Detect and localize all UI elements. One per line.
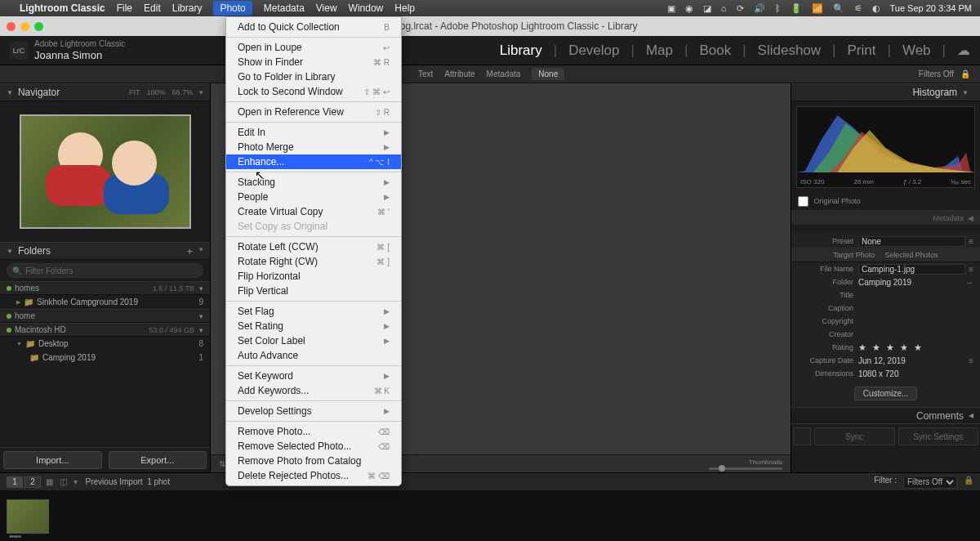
sync-button[interactable]: Sync <box>814 427 895 445</box>
menu-item[interactable]: Add to Quick CollectionB <box>226 20 401 34</box>
menu-item[interactable]: Open in Loupe↩ <box>226 40 401 55</box>
module-develop[interactable]: Develop <box>568 42 619 59</box>
cloud-icon[interactable]: ☁ <box>957 42 970 58</box>
meta-file-name[interactable]: Camping-1.jpg <box>858 264 965 275</box>
module-web[interactable]: Web <box>902 42 931 59</box>
menu-item[interactable]: Auto Advance <box>226 348 401 363</box>
meta-rating[interactable]: ★ ★ ★ ★ ★ <box>858 342 924 353</box>
menu-7[interactable]: Help <box>394 2 415 14</box>
meta-folder[interactable]: Camping 2019 <box>858 278 965 287</box>
meta-tab-selected[interactable]: Selected Photos <box>884 251 938 259</box>
sync-toggle[interactable] <box>793 427 811 445</box>
bluetooth-icon[interactable]: ᛒ <box>775 3 781 13</box>
filter-select[interactable]: Filters Off <box>903 476 957 489</box>
menu-item[interactable]: Enhance...^ ⌥ I <box>226 154 401 169</box>
sync-settings-button[interactable]: Sync Settings <box>898 427 979 445</box>
clock[interactable]: Tue Sep 20 3:34 PM <box>890 3 973 13</box>
preset-select[interactable]: None <box>858 236 965 247</box>
grid-icon[interactable]: ▦ <box>46 477 53 486</box>
filters-off-label[interactable]: Filters Off <box>919 69 954 78</box>
menu-item[interactable]: Stacking▶ <box>226 175 401 190</box>
menu-item[interactable]: Develop Settings▶ <box>226 404 401 418</box>
menu-2[interactable]: Library <box>172 2 203 14</box>
comments-header[interactable]: Comments◀ <box>791 407 980 423</box>
add-folder-icon[interactable]: + <box>186 245 193 257</box>
menu-item[interactable]: Open in Reference View⇧ R <box>226 105 401 119</box>
chevron-down-icon[interactable]: ▾ <box>74 477 78 486</box>
navigator-preview[interactable] <box>20 114 191 229</box>
menu-item[interactable]: Set Flag▶ <box>226 304 401 319</box>
folder-row[interactable]: ▼📁Desktop8 <box>0 337 210 351</box>
folder-row[interactable]: ▶📁Sinkhole Campground 20199 <box>0 295 210 309</box>
close-button[interactable] <box>7 22 16 31</box>
page-1[interactable]: 1 <box>7 476 23 488</box>
menu-4[interactable]: Metadata <box>264 2 305 14</box>
volume-row[interactable]: home▾ <box>0 309 210 323</box>
export-button[interactable]: Export... <box>109 451 207 469</box>
folder-row[interactable]: 📁Camping 20191 <box>0 351 210 364</box>
menu-item[interactable]: Set Color Label▶ <box>226 333 401 348</box>
menu-item[interactable]: Create Virtual Copy⌘ ' <box>226 204 401 219</box>
menu-item[interactable]: Delete Rejected Photos...⌘ ⌫ <box>226 468 401 483</box>
menu-item[interactable]: Remove Photo from Catalog <box>226 454 401 468</box>
menu-5[interactable]: View <box>316 2 337 14</box>
minimize-button[interactable] <box>20 22 29 31</box>
nav-100[interactable]: 100% <box>146 88 165 96</box>
menu-item[interactable]: Rotate Left (CCW)⌘ [ <box>226 239 401 254</box>
module-slideshow[interactable]: Slideshow <box>758 42 822 59</box>
source-label[interactable]: Previous Import <box>86 477 143 486</box>
menu-3[interactable]: Photo <box>213 1 252 16</box>
thumbnail-size-slider[interactable] <box>709 467 782 470</box>
edit-date-icon[interactable]: ≡ <box>969 356 973 365</box>
import-button[interactable]: Import... <box>3 451 102 469</box>
menu-item[interactable]: Edit In▶ <box>226 125 401 140</box>
menu-1[interactable]: Edit <box>144 2 161 14</box>
control-center-icon[interactable]: ⚟ <box>854 3 862 14</box>
customize-button[interactable]: Customize... <box>854 387 918 400</box>
menu-item[interactable]: Lock to Second Window⇧ ⌘ ↩ <box>226 84 401 99</box>
module-print[interactable]: Print <box>848 42 876 59</box>
filmstrip[interactable]: ••••• <box>0 490 980 541</box>
meta-action-icon[interactable]: ≡ <box>969 265 973 274</box>
app-name[interactable]: Lightroom Classic <box>20 2 105 14</box>
menu-item[interactable]: Go to Folder in Library <box>226 69 401 84</box>
tray-icon[interactable]: ⌂ <box>721 3 727 13</box>
module-map[interactable]: Map <box>646 42 673 59</box>
siri-icon[interactable]: ◐ <box>872 3 880 14</box>
histogram[interactable]: ISO 320 28 mm ƒ / 3.2 ¹⁄₆₀ sec <box>796 106 975 188</box>
menu-6[interactable]: Window <box>349 2 384 14</box>
folders-menu-icon[interactable]: ▾ <box>199 245 203 257</box>
original-checkbox[interactable] <box>798 196 808 207</box>
menu-item[interactable]: Photo Merge▶ <box>226 140 401 154</box>
filter-metadata[interactable]: Metadata <box>487 69 521 78</box>
battery-icon[interactable]: 🔋 <box>791 3 802 14</box>
folder-filter-input[interactable]: 🔍 Filter Folders <box>7 263 203 278</box>
search-icon[interactable]: 🔍 <box>833 3 844 14</box>
screen-icon[interactable]: ▣ <box>667 3 675 14</box>
page-2[interactable]: 2 <box>24 476 41 488</box>
maximize-button[interactable] <box>34 22 43 31</box>
filmstrip-thumb[interactable]: ••••• <box>7 499 49 534</box>
menu-0[interactable]: File <box>117 2 132 14</box>
filter-attribute[interactable]: Attribute <box>444 69 474 78</box>
preset-menu-icon[interactable]: ≡ <box>969 237 973 246</box>
module-book[interactable]: Book <box>699 42 731 59</box>
cloud-sync-icon[interactable]: ⟳ <box>737 3 744 14</box>
lock-icon[interactable]: 🔒 <box>960 69 970 78</box>
menu-item[interactable]: Add Keywords...⌘ K <box>226 383 401 398</box>
filter-none[interactable]: None <box>532 68 564 80</box>
goto-folder-icon[interactable]: → <box>965 278 973 287</box>
volume-row[interactable]: homes1.6 / 11.5 TB▾ <box>0 281 210 295</box>
menu-item[interactable]: Flip Vertical <box>226 284 401 298</box>
menu-item[interactable]: People▶ <box>226 190 401 204</box>
menu-item[interactable]: Flip Horizontal <box>226 269 401 284</box>
record-icon[interactable]: ◉ <box>685 3 693 14</box>
module-library[interactable]: Library <box>500 42 542 59</box>
sort-order-icon[interactable]: ⇅ <box>219 459 225 468</box>
menu-item[interactable]: Remove Selected Photo...⌫ <box>226 439 401 454</box>
volume-row[interactable]: Macintosh HD53.0 / 494 GB▾ <box>0 323 210 337</box>
original-photo-toggle[interactable]: Original Photo <box>791 193 980 210</box>
histogram-header[interactable]: Histogram ▼ <box>791 83 980 101</box>
app-switcher-icon[interactable]: ◪ <box>703 3 711 14</box>
menu-item[interactable]: Set Rating▶ <box>226 319 401 333</box>
